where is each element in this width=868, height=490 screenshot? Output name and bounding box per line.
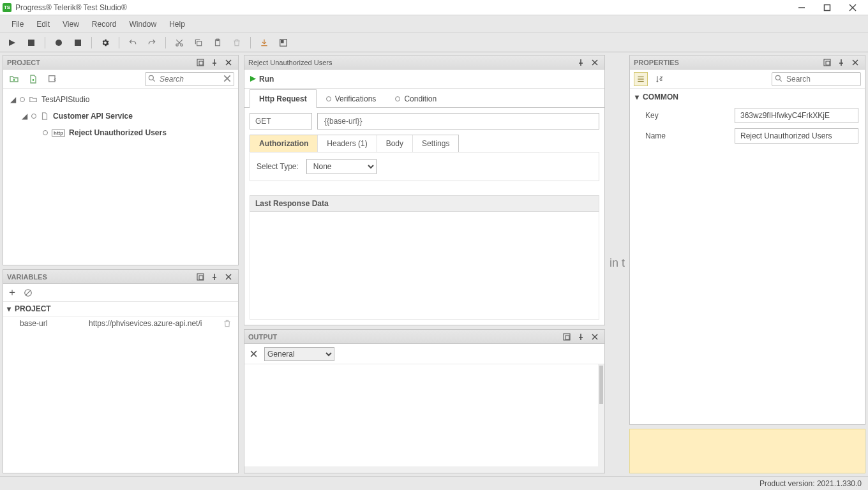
svg-point-9 [181, 43, 183, 46]
gear-icon[interactable] [98, 36, 112, 50]
property-row-key: Key [630, 105, 865, 126]
close-panel-icon[interactable] [223, 57, 234, 68]
expand-icon[interactable]: ◢ [21, 112, 27, 121]
add-file-icon[interactable] [26, 72, 40, 86]
svg-line-21 [153, 79, 155, 81]
close-panel-icon[interactable] [223, 271, 234, 283]
disable-icon[interactable] [24, 288, 33, 297]
categorized-view-button[interactable] [634, 72, 648, 86]
minimize-button[interactable] [789, 0, 814, 15]
menu-record[interactable]: Record [86, 17, 123, 31]
separator [91, 37, 92, 48]
http-icon: http [52, 130, 65, 137]
svg-rect-10 [197, 41, 202, 45]
layout-icon[interactable] [276, 36, 290, 50]
window-position-icon[interactable] [561, 331, 572, 343]
tree-step-selected[interactable]: http Reject Unauthorized Users [3, 124, 238, 141]
add-request-icon[interactable] [45, 72, 59, 86]
auth-type-select[interactable]: None [306, 159, 377, 174]
menu-edit[interactable]: Edit [30, 17, 56, 31]
add-folder-icon[interactable] [7, 72, 21, 86]
variables-section-header[interactable]: ▾ PROJECT [3, 302, 238, 316]
menu-view[interactable]: View [56, 17, 86, 31]
tree-root[interactable]: ◢ TestAPIStudio [3, 91, 238, 108]
last-response-header: Last Response Data [250, 195, 599, 212]
close-panel-icon[interactable] [849, 57, 861, 68]
add-variable-button[interactable]: ＋ [7, 286, 17, 299]
paste-icon[interactable] [211, 36, 225, 50]
property-key-input[interactable] [735, 108, 858, 123]
menu-help[interactable]: Help [163, 17, 191, 31]
product-version: Product version: 2021.1.330.0 [760, 479, 862, 488]
subtab-settings[interactable]: Settings [413, 135, 458, 152]
close-button[interactable] [840, 0, 865, 15]
undo-icon[interactable] [126, 36, 140, 50]
stop-icon[interactable] [24, 36, 38, 50]
separator [250, 37, 251, 48]
window-position-icon[interactable] [195, 57, 206, 68]
maximize-button[interactable] [814, 0, 840, 15]
output-panel-title: OUTPUT [248, 333, 558, 341]
pin-icon[interactable] [209, 57, 220, 68]
clear-output-icon[interactable] [250, 350, 258, 358]
menu-file[interactable]: File [5, 17, 30, 31]
delete-variable-icon[interactable] [223, 319, 232, 328]
properties-search-input[interactable] [772, 72, 861, 86]
section-label: PROJECT [15, 304, 51, 313]
property-row-name: Name [630, 126, 865, 146]
record-icon[interactable] [52, 36, 66, 50]
url-input[interactable]: {{base-url}} [317, 113, 599, 130]
cut-icon[interactable] [172, 36, 186, 50]
tab-http-request[interactable]: Http Request [250, 89, 317, 108]
property-name-input[interactable] [735, 128, 858, 144]
import-icon[interactable] [257, 36, 271, 50]
run-button[interactable]: Run [250, 75, 274, 84]
svg-marker-4 [9, 40, 15, 46]
pin-icon[interactable] [575, 57, 587, 68]
http-method-select[interactable]: GET [250, 113, 312, 130]
close-panel-icon[interactable] [589, 331, 601, 343]
property-label: Key [645, 111, 735, 120]
redo-icon[interactable] [145, 36, 159, 50]
tab-verifications[interactable]: Verifications [317, 89, 386, 108]
svg-rect-25 [199, 276, 203, 279]
subtab-headers[interactable]: Headers (1) [318, 135, 377, 152]
scrollbar-vertical[interactable] [598, 364, 604, 473]
project-search-input[interactable] [145, 72, 234, 86]
search-icon [774, 74, 783, 83]
tree-label: Customer API Service [53, 112, 133, 121]
svg-line-29 [26, 290, 31, 295]
pin-icon[interactable] [835, 57, 847, 68]
variable-row[interactable]: base-url https://phvisevices.azure-api.n… [3, 316, 238, 330]
subtab-body[interactable]: Body [377, 135, 413, 152]
collapse-icon[interactable]: ▾ [635, 93, 639, 101]
tab-condition[interactable]: Condition [385, 89, 446, 108]
app-title: Progress® Telerik® Test Studio® [15, 3, 789, 12]
alphabetical-view-button[interactable] [653, 72, 667, 86]
clear-search-icon[interactable] [223, 74, 232, 83]
close-panel-icon[interactable] [589, 57, 601, 68]
play-icon[interactable] [5, 36, 19, 50]
subtab-authorization[interactable]: Authorization [250, 135, 318, 152]
editor-title: Reject Unauthorized Users [248, 59, 572, 66]
category-label: COMMON [643, 93, 678, 101]
status-dot-icon [43, 130, 48, 135]
svg-point-46 [775, 75, 780, 80]
copy-icon[interactable] [191, 36, 206, 50]
output-filter-select[interactable]: General [264, 347, 334, 361]
pin-icon[interactable] [209, 271, 220, 283]
menu-window[interactable]: Window [123, 17, 163, 31]
collapse-icon[interactable]: ▾ [7, 304, 11, 313]
pin-icon[interactable] [575, 331, 587, 343]
svg-point-20 [149, 75, 153, 80]
window-position-icon[interactable] [821, 57, 833, 68]
tree-service[interactable]: ◢ Customer API Service [3, 108, 238, 124]
property-category[interactable]: ▾ COMMON [630, 89, 865, 105]
stop-record-icon[interactable] [71, 36, 85, 50]
scrollbar-horizontal[interactable] [244, 466, 604, 473]
window-position-icon[interactable] [195, 271, 206, 283]
folder-icon [29, 95, 38, 104]
delete-icon[interactable] [230, 36, 244, 50]
expand-icon[interactable]: ◢ [10, 95, 16, 104]
svg-rect-40 [826, 61, 830, 65]
